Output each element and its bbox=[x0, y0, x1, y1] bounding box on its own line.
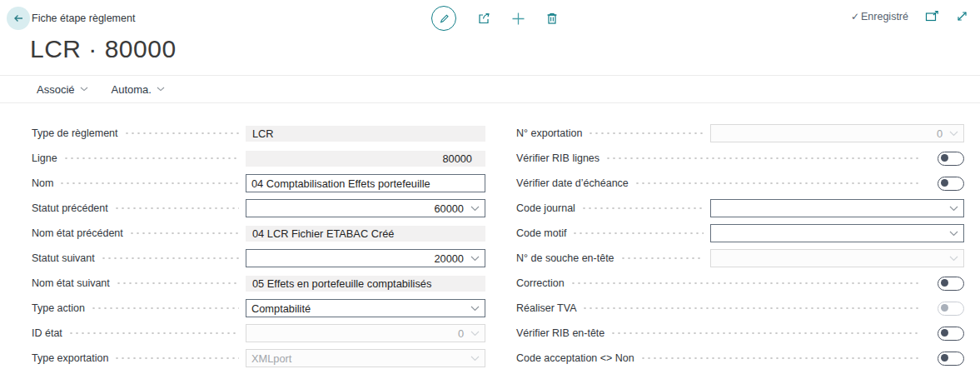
pencil-icon bbox=[438, 12, 450, 25]
dotted-leader bbox=[572, 230, 704, 237]
form-row: Type de règlementLCR bbox=[32, 121, 485, 146]
chevron-down-icon bbox=[949, 231, 958, 237]
payment-step-card-page: Fiche étape règlement ✓ Enregistré bbox=[0, 0, 980, 384]
field-code-journal[interactable] bbox=[710, 199, 964, 217]
menu-associe-label: Associé bbox=[37, 83, 75, 96]
check-icon: ✓ bbox=[851, 11, 859, 22]
field-label-nom-etat-precedent: Nom état précédent bbox=[32, 227, 123, 239]
edit-button[interactable] bbox=[431, 6, 456, 31]
field-label-n-exportation: N° exportation bbox=[516, 127, 582, 139]
menu-automa-label: Automa. bbox=[112, 83, 152, 96]
field-value: LCR bbox=[252, 127, 479, 140]
field-nom-etat-suivant: 05 Effets en portefeuille comptabilisés bbox=[246, 276, 485, 292]
card-menu-bar: Associé Automa. bbox=[0, 75, 980, 103]
dotted-leader bbox=[63, 155, 239, 162]
form-row: Vérifier RIB lignes bbox=[516, 146, 964, 171]
page-action-bar bbox=[431, 6, 559, 31]
field-value: 0 bbox=[716, 127, 949, 140]
form-column-right: N° exportation0Vérifier RIB lignesVérifi… bbox=[516, 121, 964, 371]
toggle-code-acceptation-non[interactable] bbox=[938, 352, 964, 366]
toggle-verifier-rib-en-tete[interactable] bbox=[938, 327, 964, 341]
chevron-down-icon bbox=[157, 87, 165, 92]
form-row: Type actionComptabilité bbox=[32, 296, 485, 321]
page-title: LCR · 80000 bbox=[30, 35, 177, 63]
field-value: Comptabilité bbox=[251, 302, 470, 315]
chevron-down-icon bbox=[470, 206, 480, 212]
form-row: Code acceptation <> Non bbox=[516, 346, 964, 371]
expand-icon bbox=[956, 10, 968, 22]
open-in-window-icon bbox=[925, 10, 939, 22]
dotted-leader bbox=[68, 330, 239, 337]
field-label-statut-suivant: Statut suivant bbox=[32, 252, 95, 264]
field-statut-suivant[interactable]: 20000 bbox=[246, 249, 485, 267]
toggle-knob bbox=[941, 304, 948, 312]
share-button[interactable] bbox=[476, 11, 491, 26]
dotted-leader bbox=[582, 305, 919, 312]
field-label-ligne: Ligne bbox=[32, 152, 57, 164]
form-row: Nom état suivant05 Effets en portefeuill… bbox=[32, 271, 485, 296]
field-nom[interactable] bbox=[246, 174, 485, 192]
field-label-verifier-rib-en-tete: Vérifier RIB en-tête bbox=[516, 327, 604, 339]
field-label-type-de-reglement: Type de règlement bbox=[32, 127, 118, 139]
toggle-knob bbox=[941, 154, 948, 162]
form-row: Correction bbox=[516, 271, 964, 296]
form-row: N° exportation0 bbox=[516, 121, 964, 146]
dotted-leader bbox=[570, 280, 919, 287]
back-button[interactable] bbox=[7, 7, 30, 30]
field-label-code-journal: Code journal bbox=[516, 202, 575, 214]
field-label-code-acceptation-non: Code acceptation <> Non bbox=[516, 352, 634, 364]
field-type-exportation: XMLport bbox=[246, 349, 485, 367]
toggle-correction[interactable] bbox=[938, 277, 964, 291]
save-status: ✓ Enregistré bbox=[851, 11, 908, 22]
form-row: N° de souche en-tête bbox=[516, 246, 964, 271]
field-label-code-motif: Code motif bbox=[516, 227, 566, 239]
form-row: Statut suivant20000 bbox=[32, 246, 485, 271]
field-value: 80000 bbox=[252, 152, 479, 165]
field-label-id-etat: ID état bbox=[32, 327, 62, 339]
form-row: Statut précédent60000 bbox=[32, 196, 485, 221]
dotted-leader bbox=[91, 305, 239, 312]
dotted-leader bbox=[129, 230, 239, 237]
form-column-left: Type de règlementLCRLigne80000NomStatut … bbox=[32, 121, 485, 371]
menu-associe[interactable]: Associé bbox=[37, 83, 88, 96]
back-arrow-icon bbox=[12, 12, 25, 25]
dotted-leader bbox=[620, 255, 704, 262]
expand-button[interactable] bbox=[956, 10, 968, 22]
chevron-down-icon bbox=[470, 256, 480, 262]
form-row: Type exportationXMLport bbox=[32, 346, 485, 371]
chevron-down-icon bbox=[470, 331, 480, 337]
chevron-down-icon bbox=[80, 87, 88, 92]
field-value: 20000 bbox=[251, 252, 470, 265]
field-label-correction: Correction bbox=[516, 277, 565, 289]
new-button[interactable] bbox=[511, 12, 525, 26]
field-label-verifier-rib-lignes: Vérifier RIB lignes bbox=[516, 152, 599, 164]
trash-icon bbox=[545, 12, 559, 25]
field-value: 05 Effets en portefeuille comptabilisés bbox=[252, 277, 479, 290]
field-input-nom[interactable] bbox=[251, 177, 480, 190]
toggle-verifier-date-d-echeance[interactable] bbox=[938, 177, 964, 191]
form-row: Nom bbox=[32, 171, 485, 196]
field-value: 0 bbox=[251, 327, 470, 340]
field-type-de-reglement: LCR bbox=[246, 126, 485, 142]
toggle-verifier-rib-lignes[interactable] bbox=[938, 152, 964, 166]
field-statut-precedent[interactable]: 60000 bbox=[246, 199, 485, 217]
open-in-window-button[interactable] bbox=[925, 10, 939, 22]
toggle-knob bbox=[941, 354, 948, 362]
form-row: Vérifier RIB en-tête bbox=[516, 321, 964, 346]
field-type-action[interactable]: Comptabilité bbox=[246, 299, 485, 317]
field-label-realiser-tva: Réaliser TVA bbox=[516, 302, 576, 314]
form-row: Réaliser TVA bbox=[516, 296, 964, 321]
form-row: ID état0 bbox=[32, 321, 485, 346]
field-nom-etat-precedent: 04 LCR Fichier ETABAC Créé bbox=[246, 226, 485, 242]
delete-button[interactable] bbox=[545, 12, 559, 25]
field-code-motif[interactable] bbox=[710, 224, 964, 242]
chevron-down-icon bbox=[949, 206, 958, 212]
dotted-leader bbox=[634, 180, 919, 187]
dotted-leader bbox=[581, 205, 704, 212]
field-label-verifier-date-d-echeance: Vérifier date d’échéance bbox=[516, 177, 629, 189]
menu-automa[interactable]: Automa. bbox=[112, 83, 165, 96]
dotted-leader bbox=[114, 355, 239, 362]
toggle-knob bbox=[941, 179, 948, 187]
window-controls: ✓ Enregistré bbox=[851, 10, 968, 22]
toggle-realiser-tva bbox=[938, 302, 964, 316]
